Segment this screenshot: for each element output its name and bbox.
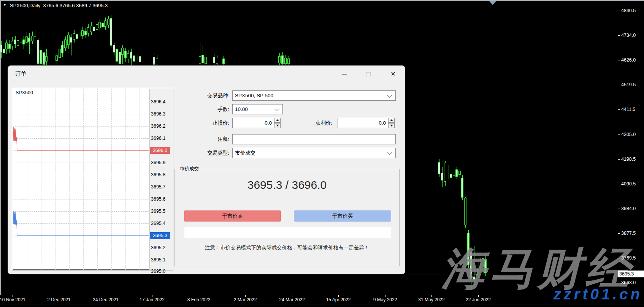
candle-wick	[29, 33, 30, 54]
candle-body	[98, 22, 101, 28]
order-type-value: 市价成交	[235, 150, 255, 156]
candle-body	[28, 38, 30, 42]
tick-scale-label: 3695.8	[151, 172, 165, 178]
candle-body	[59, 49, 61, 58]
candle-body	[107, 19, 109, 25]
candle-body	[287, 59, 290, 64]
axis-tick	[618, 60, 620, 60]
axis-tick	[385, 295, 385, 297]
comment-field-label: 注释:	[171, 134, 229, 144]
watermark-url: zzrt01.cn	[437, 286, 642, 303]
price-axis-label: 3769.5	[621, 255, 636, 261]
candle-body	[8, 44, 11, 49]
axis-tick	[618, 109, 620, 110]
spinner-down-button[interactable]	[388, 123, 395, 128]
tick-scale-label: 3695.1	[151, 257, 165, 263]
execution-note: 注意：市价交易模式下的实际成交价格，可能会和请求价格有一定差异！	[174, 244, 400, 251]
stop-loss-input[interactable]: 0.0	[232, 118, 274, 128]
candle-body	[56, 55, 58, 61]
candle-body	[90, 26, 92, 32]
axis-tick	[13, 295, 13, 297]
candle-body	[438, 162, 440, 174]
axis-tick	[618, 159, 620, 160]
current-price-badge: 3695.3	[618, 271, 644, 277]
candle-body	[127, 53, 129, 59]
candle-body	[216, 58, 218, 64]
candle-body	[444, 163, 446, 182]
time-axis-label: 24 Dec 2021	[93, 297, 119, 303]
candle-body	[67, 35, 70, 45]
candle-body	[447, 165, 449, 179]
order-type-select[interactable]: 市价成交	[232, 148, 396, 158]
maximize-button[interactable]	[360, 68, 377, 80]
candle-body	[205, 57, 207, 64]
volume-field-label: 手数:	[171, 104, 229, 114]
axis-tick	[292, 295, 292, 297]
candle-body	[17, 40, 19, 46]
axis-tick	[431, 295, 432, 297]
buy-by-market-button[interactable]: 于市价买	[294, 210, 391, 222]
axis-tick	[618, 11, 620, 11]
axis-tick	[59, 295, 59, 297]
candle-body	[31, 36, 33, 41]
comment-input[interactable]	[232, 134, 396, 144]
candle-body	[133, 55, 135, 62]
axis-tick	[618, 85, 620, 85]
symbol-select[interactable]: SPX500, SP 500	[232, 90, 396, 101]
spinner-down-button[interactable]	[274, 123, 281, 128]
chevron-down-icon	[274, 106, 279, 111]
chevron-down-icon	[387, 93, 392, 98]
candle-body	[61, 45, 63, 53]
tick-scale-label: 3696.1	[151, 135, 165, 141]
price-axis-label: 4840.5	[621, 8, 636, 14]
candle-body	[153, 57, 155, 65]
order-dialog: 订单 ✕ SPX500 3696.0 3695.3 交易品种: SPX500, …	[8, 65, 405, 274]
candle-body	[93, 27, 95, 31]
candle-body	[201, 55, 204, 63]
axis-tick	[618, 135, 620, 135]
arrow-down-icon	[390, 125, 393, 127]
candle-body	[139, 56, 141, 62]
minimize-icon	[342, 74, 347, 74]
price-axis-label: 4626.0	[621, 57, 636, 63]
volume-select[interactable]: 10.00	[232, 104, 283, 114]
candle-body	[199, 56, 201, 64]
maximize-icon	[366, 72, 371, 76]
price-axis-label: 4090.5	[621, 181, 636, 187]
axis-tick	[338, 295, 339, 297]
candle-body	[79, 32, 81, 37]
candle-body	[113, 45, 115, 52]
candle-body	[284, 58, 287, 64]
bid-ask-lines	[13, 89, 149, 270]
candle-body	[20, 38, 22, 43]
candle-body	[84, 31, 87, 35]
chevron-down-icon	[387, 150, 392, 155]
candle-body	[11, 41, 13, 46]
time-axis-label: 9 May 2022	[373, 297, 397, 303]
candle-body	[453, 169, 455, 176]
candle-body	[102, 23, 104, 27]
arrow-up-icon	[276, 119, 279, 121]
close-button[interactable]: ✕	[384, 68, 402, 80]
spinner-up-button[interactable]	[274, 118, 281, 123]
candle-body	[3, 49, 5, 53]
sell-by-market-button[interactable]: 于市价卖	[184, 210, 281, 222]
bid-ask-quote: 3695.3 / 3696.0	[174, 177, 400, 193]
time-axis-label: 2 Mar 2022	[234, 297, 257, 303]
time-axis-label: 15 Apr 2022	[326, 297, 351, 303]
candle-body	[124, 51, 127, 58]
take-profit-input[interactable]: 0.0	[338, 118, 388, 128]
candle-body	[450, 174, 452, 178]
price-axis-label: 4519.5	[621, 82, 636, 88]
axis-tick	[199, 295, 199, 297]
symbol-select-value: SPX500, SP 500	[235, 93, 273, 98]
order-result-field	[184, 227, 391, 238]
tick-scale-label: 3695.0	[151, 268, 165, 274]
candle-body	[64, 40, 67, 48]
take-profit-spinner	[388, 118, 395, 128]
spinner-up-button[interactable]	[388, 118, 395, 123]
minimize-button[interactable]	[336, 68, 353, 80]
time-axis-label: 2 Dec 2021	[47, 297, 70, 303]
price-axis-label: 3877.5	[621, 230, 636, 236]
price-axis-label: 4198.5	[621, 156, 636, 162]
